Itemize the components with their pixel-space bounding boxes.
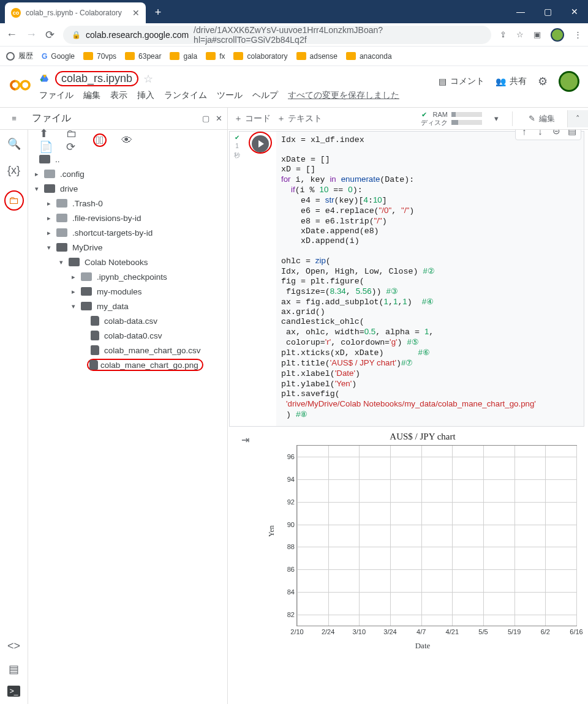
command-palette-icon[interactable]: ▤ [9, 662, 19, 676]
toc-toggle-icon[interactable]: ≡ [0, 114, 28, 123]
window-maximize[interactable]: ▢ [534, 0, 561, 23]
menu-view[interactable]: 表示 [110, 90, 127, 101]
nav-back-icon[interactable]: ← [6, 28, 17, 41]
nav-reload-icon[interactable]: ⟳ [45, 28, 55, 42]
edit-mode-button[interactable]: ✎編集 [522, 113, 561, 124]
output-collapse-icon[interactable]: ⇥ [241, 434, 249, 446]
menu-tools[interactable]: ツール [217, 90, 243, 101]
folder-icon [170, 52, 179, 60]
files-panel: ⬆📄 🗀⟳ 🗀⃠ 👁 .. ▸.config ▾drive ▸.Trash-0 … [28, 130, 228, 704]
folder-icon [69, 258, 80, 266]
comment-button[interactable]: ▤コメント [439, 76, 484, 87]
window-controls: — ▢ ✕ [507, 0, 588, 23]
link-icon[interactable]: ⊝ [549, 130, 564, 138]
notebook-title[interactable]: colab_rs.ipynb [55, 71, 138, 86]
bookmark-google[interactable]: GGoogle [42, 52, 75, 61]
share-icon: 👥 [496, 77, 506, 86]
candlestick-chart: AUS$ / JPY chart Yen Date 82848688909294… [263, 432, 582, 652]
resource-monitor[interactable]: ✔RAM ディスク [421, 111, 482, 126]
left-rail: 🔍 {x} 🗀 <> ▤ >_ [0, 130, 28, 704]
tree-config[interactable]: ▸.config [28, 167, 227, 181]
code-cell[interactable]: ↑ ↓ ⊝ ▤ ✔ 1 秒 Idx = xl_df.index xDate = … [229, 131, 584, 427]
upload-file-icon[interactable]: ⬆📄 [39, 133, 53, 147]
colab-favicon [11, 8, 21, 18]
terminal-icon[interactable]: >_ [7, 686, 21, 697]
share-icon[interactable]: ⇪ [500, 30, 507, 39]
menu-runtime[interactable]: ランタイム [164, 90, 207, 101]
folder-icon [81, 287, 92, 296]
folder-icon [81, 302, 92, 310]
file-icon [91, 345, 99, 355]
folder-icon [81, 272, 92, 281]
folder-icon [39, 155, 50, 163]
move-down-icon[interactable]: ↓ [533, 130, 548, 138]
runtime-menu-chevron-icon[interactable]: ▾ [491, 114, 502, 123]
tree-colabnb[interactable]: ▾Colab Notebooks [28, 255, 227, 269]
files-icon[interactable]: 🗀 [4, 190, 24, 211]
bookmark-gala[interactable]: gala [170, 52, 197, 61]
window-minimize[interactable]: — [507, 0, 534, 23]
menu-edit[interactable]: 編集 [83, 90, 100, 101]
tree-file[interactable]: colab-data0.csv [28, 328, 227, 343]
add-text-button[interactable]: ＋ テキスト [277, 113, 322, 124]
file-tree: .. ▸.config ▾drive ▸.Trash-0 ▸.file-revi… [28, 152, 227, 704]
close-tab-icon[interactable]: ✕ [132, 8, 140, 18]
code-editor[interactable]: Idx = xl_df.index xDate = [] xD = [] for… [276, 132, 584, 426]
menu-file[interactable]: ファイル [39, 90, 74, 101]
refresh-folder-icon[interactable]: 🗀⟳ [66, 133, 80, 147]
bookmark-history[interactable]: 履歴 [6, 51, 33, 61]
tree-mydata[interactable]: ▾my_data [28, 299, 227, 313]
show-hidden-icon[interactable]: 👁 [120, 133, 134, 147]
menu-insert[interactable]: 挿入 [137, 90, 154, 101]
move-up-icon[interactable]: ↑ [517, 130, 532, 138]
tree-mydrive[interactable]: ▾MyDrive [28, 240, 227, 255]
tree-mymods[interactable]: ▸my-modules [28, 284, 227, 299]
window-close[interactable]: ✕ [561, 0, 588, 23]
url-input[interactable]: 🔒 colab.research.google.com/drive/1AXXK6… [63, 26, 491, 44]
profile-avatar[interactable] [551, 28, 564, 42]
user-avatar[interactable] [559, 71, 579, 92]
bookmark-star-icon[interactable]: ☆ [516, 30, 524, 39]
tree-drive[interactable]: ▾drive [28, 181, 227, 196]
folder-icon [44, 170, 55, 178]
share-button[interactable]: 👥共有 [496, 76, 527, 87]
code-snippets-icon[interactable]: <> [7, 640, 20, 653]
new-tab-button[interactable]: + [149, 4, 167, 21]
bookmark-colaboratory[interactable]: colaboratory [233, 52, 287, 61]
chart-xlabel: Date [415, 641, 431, 651]
extensions-icon[interactable]: ▣ [533, 30, 541, 39]
bookmark-fx[interactable]: fx [206, 52, 225, 61]
add-code-button[interactable]: ＋ コード [234, 113, 271, 124]
mount-drive-icon[interactable]: 🗀⃠ [93, 133, 107, 147]
browser-tab[interactable]: colab_rs.ipynb - Colaboratory ✕ [5, 2, 146, 23]
tree-filerev[interactable]: ▸.file-revisions-by-id [28, 211, 227, 225]
bookmark-adsense[interactable]: adsense [296, 52, 337, 61]
tree-shortcut[interactable]: ▸.shortcut-targets-by-id [28, 225, 227, 240]
url-path: /drive/1AXXK6ZwYsV-uuvoe1Hrr4LonzkmJBoan… [194, 25, 483, 45]
folder-icon [125, 52, 135, 60]
bookmark-anaconda[interactable]: anaconda [346, 52, 392, 61]
kebab-menu-icon[interactable]: ⋮ [574, 30, 582, 39]
variables-icon[interactable]: {x} [7, 164, 20, 177]
settings-gear-icon[interactable]: ⚙ [538, 75, 548, 88]
collapse-header-icon[interactable]: ˄ [567, 110, 588, 127]
nav-forward-icon: → [26, 28, 37, 41]
menu-help[interactable]: ヘルプ [252, 90, 278, 101]
tree-file-highlight[interactable]: colab_mane_chart_go.png [28, 358, 227, 372]
star-icon[interactable]: ☆ [143, 72, 153, 86]
browser-titlebar: colab_rs.ipynb - Colaboratory ✕ + — ▢ ✕ [0, 0, 588, 23]
bookmark-70vps[interactable]: 70vps [83, 52, 116, 61]
search-icon[interactable]: 🔍 [7, 137, 21, 151]
new-window-icon[interactable]: ▢ [202, 114, 209, 123]
tree-ipynbck[interactable]: ▸.ipynb_checkpoints [28, 269, 227, 284]
folder-icon [83, 52, 93, 60]
check-icon: ✔ [235, 134, 239, 141]
colab-logo[interactable] [9, 73, 32, 97]
tree-up[interactable]: .. [28, 152, 227, 167]
close-panel-icon[interactable]: ✕ [216, 114, 222, 123]
comment-cell-icon[interactable]: ▤ [565, 130, 579, 138]
tree-trash[interactable]: ▸.Trash-0 [28, 196, 227, 211]
tree-file[interactable]: colab_mane_chart_go.csv [28, 343, 227, 358]
bookmark-63pear[interactable]: 63pear [125, 52, 161, 61]
tree-file[interactable]: colab-data.csv [28, 313, 227, 328]
